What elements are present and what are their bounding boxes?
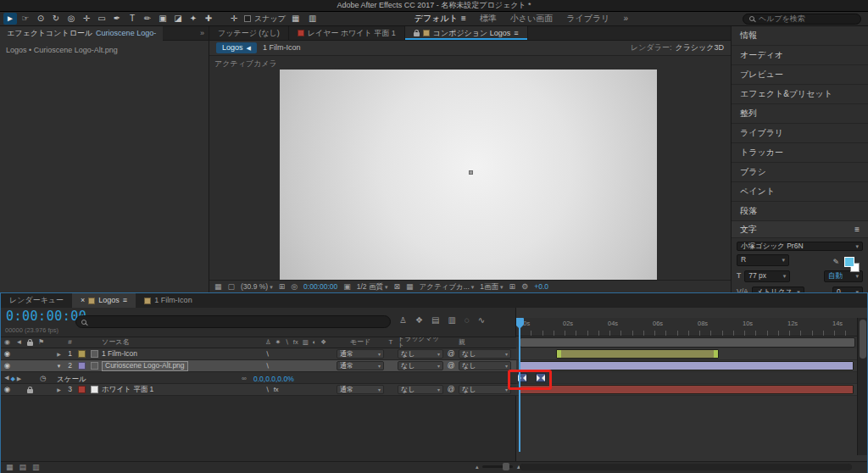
panel-align[interactable]: 整列	[732, 104, 868, 124]
panel-audio[interactable]: オーディオ	[732, 46, 868, 65]
time-ruler[interactable]: :00s 02s 04s 06s 08s 10s 12s 14s	[516, 318, 857, 337]
graph-editor-icon[interactable]: ∿	[478, 316, 485, 325]
resolution-select[interactable]: 1/2 画質▾	[357, 283, 388, 291]
font-style-select[interactable]: R ▾	[737, 254, 789, 266]
puppet-pin-tool-icon[interactable]: ✚	[202, 13, 215, 25]
snapshot-icon[interactable]: ▣	[343, 283, 351, 291]
keyframe-navigator[interactable]: ▶▼◆▶	[4, 376, 21, 381]
panel-libraries[interactable]: ライブラリ	[732, 124, 868, 143]
snap-option-icon[interactable]: ▦	[289, 13, 303, 25]
panel-menu-icon[interactable]: ≡	[123, 297, 127, 304]
property-value[interactable]: 0.0,0.0,0.0%	[253, 376, 294, 383]
pan-behind-tool-icon[interactable]: ✛	[80, 13, 93, 25]
zoom-tool-icon[interactable]: ⊙	[34, 13, 47, 25]
camera-tool-icon[interactable]: ◎	[64, 13, 78, 25]
pixel-aspect-icon[interactable]: ⊞	[509, 283, 516, 291]
frame-blending-icon[interactable]: ▥	[448, 316, 455, 325]
work-area-bar[interactable]	[520, 337, 855, 348]
eyedropper-icon[interactable]: ✎	[832, 259, 839, 266]
fast-previews-icon[interactable]: ⚙	[521, 283, 528, 291]
twirl-arrow-icon[interactable]: ▼	[53, 360, 64, 371]
composition-mini-flowchart-icon[interactable]: ♙	[399, 316, 407, 325]
workspace-overflow-icon[interactable]: »	[624, 14, 629, 23]
main-view-icon[interactable]: ▢	[228, 283, 236, 291]
breadcrumb-comp-chip[interactable]: Logos ◀	[216, 42, 257, 53]
workspace-menu-icon[interactable]: ≡	[461, 14, 466, 23]
workspace-small-screen[interactable]: 小さい画面	[510, 14, 553, 23]
always-preview-icon[interactable]: ▦	[214, 283, 222, 291]
visibility-eye-icon[interactable]: ◉	[1, 348, 14, 359]
layer-row-1[interactable]: ◉ ▶ 1 1 Film-Icon ∖ 通常▾ なし▾ @ なし▾	[1, 348, 516, 360]
vertical-scrollbar[interactable]	[857, 318, 867, 455]
shape-tool-icon[interactable]: ▭	[95, 13, 108, 25]
blend-mode-select[interactable]: 通常▾	[337, 385, 384, 394]
panel-character[interactable]: 文字 ≡	[732, 221, 868, 238]
quality-switch-icon[interactable]: ∖	[265, 387, 270, 393]
panel-tracker[interactable]: トラッカー	[732, 143, 868, 163]
workspace-standard[interactable]: 標準	[480, 14, 497, 23]
parent-column-header[interactable]: 親	[457, 337, 513, 348]
camera-view-select[interactable]: アクティブカ...▾	[420, 283, 475, 291]
layer-name[interactable]: Curioscene Logo-Alt.png	[102, 361, 188, 371]
blend-mode-select[interactable]: 通常▾	[337, 361, 384, 370]
pickwhip-icon[interactable]: @	[445, 384, 457, 395]
tab-layer[interactable]: レイヤー ホワイト 平面 1	[289, 26, 405, 40]
layer-duration-bar[interactable]	[520, 361, 854, 370]
parent-select[interactable]: なし▾	[459, 385, 511, 394]
pen-tool-icon[interactable]: ✒	[110, 13, 124, 25]
type-tool-icon[interactable]: T	[125, 13, 139, 25]
fx-switch-icon[interactable]: fx	[274, 387, 279, 393]
transparency-grid-icon[interactable]: ▦	[406, 283, 414, 291]
layer-row-2[interactable]: ◉ ▼ 2 Curioscene Logo-Alt.png ∖ 通常▾ なし▾ …	[1, 360, 516, 372]
timeline-search-field[interactable]	[75, 315, 391, 328]
eraser-tool-icon[interactable]: ◪	[171, 13, 185, 25]
grid-options-icon[interactable]: ⊞	[279, 283, 286, 291]
quality-switch-icon[interactable]: ∖	[265, 351, 270, 358]
draft-3d-icon[interactable]: ❖	[415, 316, 423, 325]
track-matte-column-header[interactable]: トラックマット	[396, 337, 445, 348]
layer-row-3[interactable]: ◉ ▶ 3 ホワイト 平面 1 ∖fx 通常▾ なし▾ @ なし▾	[1, 384, 516, 396]
tracking-select[interactable]: 0 ▾	[832, 287, 863, 293]
axis-mode-icon[interactable]: ✛	[227, 13, 241, 25]
property-name[interactable]: スケール	[57, 376, 86, 383]
visibility-eye-icon[interactable]: ◉	[1, 384, 14, 395]
viewer-timecode[interactable]: 0:00:00:00	[303, 283, 337, 291]
snap-checkbox[interactable]	[244, 15, 251, 22]
font-family-select[interactable]: 小塚ゴシック Pr6N ▾	[737, 242, 863, 251]
hand-tool-icon[interactable]: ☞	[19, 13, 32, 25]
parent-select[interactable]: なし▾	[459, 349, 511, 359]
tab-effect-controls[interactable]: エフェクトコントロール Curioscene Logo-	[0, 26, 163, 41]
close-icon[interactable]: ×	[81, 297, 85, 304]
exposure-value[interactable]: +0.0	[534, 283, 548, 291]
expand-inout-icon[interactable]: ▥	[32, 464, 40, 471]
twirl-arrow-icon[interactable]: ▶	[53, 384, 64, 395]
panel-effects-presets[interactable]: エフェクト&プリセット	[732, 85, 868, 104]
panel-overflow-icon[interactable]: »	[200, 30, 209, 37]
rotation-tool-icon[interactable]: ↻	[49, 13, 63, 25]
character-menu-icon[interactable]: ≡	[854, 225, 860, 234]
selection-tool-icon[interactable]: ►	[3, 13, 17, 25]
quality-switch-icon[interactable]: ∖	[265, 363, 270, 370]
layer-name[interactable]: 1 Film-Icon	[100, 348, 264, 359]
mode-column-header[interactable]: モード	[335, 337, 386, 348]
help-search-field[interactable]: ヘルプを検索	[743, 14, 861, 25]
panel-preview[interactable]: プレビュー	[732, 65, 868, 85]
twirl-arrow-icon[interactable]: ▶	[53, 348, 64, 359]
panel-info[interactable]: 情報	[732, 26, 868, 46]
expand-transfer-controls-icon[interactable]: ▦	[6, 464, 14, 471]
layer-color-swatch[interactable]	[78, 386, 86, 393]
workspace-default[interactable]: デフォルト ≡	[415, 14, 466, 23]
horizontal-scrollbar[interactable]	[520, 464, 852, 470]
brush-tool-icon[interactable]: ✏	[141, 13, 154, 25]
pickwhip-icon[interactable]: @	[445, 348, 457, 359]
layer-name[interactable]: ホワイト 平面 1	[100, 384, 264, 395]
source-name-column-header[interactable]: ソース名	[100, 337, 264, 348]
track-matte-select[interactable]: なし▾	[398, 361, 443, 370]
zoom-out-icon[interactable]: ▴	[476, 464, 479, 470]
constrain-link-icon[interactable]: ∞	[242, 376, 247, 382]
hide-shy-layers-icon[interactable]: ▤	[431, 316, 439, 325]
layer-color-swatch[interactable]	[78, 350, 86, 358]
current-time-indicator-handle[interactable]	[516, 318, 524, 325]
lock-icon[interactable]	[25, 384, 36, 395]
stopwatch-icon[interactable]: ◷	[40, 375, 46, 382]
